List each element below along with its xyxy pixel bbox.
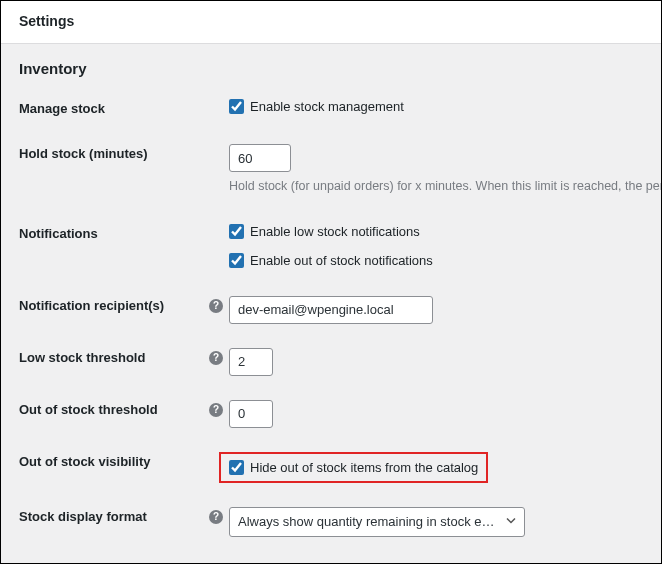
checkbox-visibility[interactable] — [229, 460, 244, 475]
help-icon[interactable]: ? — [209, 299, 223, 313]
label-low-threshold: Low stock threshold — [19, 348, 209, 365]
checkbox-manage-stock[interactable] — [229, 99, 244, 114]
row-recipient: Notification recipient(s) ? — [19, 296, 643, 324]
input-recipient[interactable] — [229, 296, 433, 324]
page-title: Settings — [19, 13, 643, 29]
checkbox-label-low-stock: Enable low stock notifications — [250, 224, 420, 239]
out-stock-notify-option[interactable]: Enable out of stock notifications — [229, 253, 643, 268]
header-bar: Settings — [1, 1, 661, 44]
select-display-format[interactable]: Always show quantity remaining in stock … — [229, 507, 525, 537]
row-hold-stock: Hold stock (minutes) Hold stock (for unp… — [19, 144, 643, 196]
checkbox-out-stock-notify[interactable] — [229, 253, 244, 268]
row-manage-stock: Manage stock Enable stock management — [19, 99, 643, 116]
label-recipient: Notification recipient(s) — [19, 296, 209, 313]
checkbox-label-manage-stock: Enable stock management — [250, 99, 404, 114]
help-icon[interactable]: ? — [209, 403, 223, 417]
low-stock-notify-option[interactable]: Enable low stock notifications — [229, 224, 643, 239]
row-out-threshold: Out of stock threshold ? — [19, 400, 643, 428]
label-manage-stock: Manage stock — [19, 99, 209, 116]
checkbox-label-visibility: Hide out of stock items from the catalog — [250, 460, 478, 475]
highlight-visibility: Hide out of stock items from the catalog — [219, 452, 488, 483]
checkbox-label-out-stock: Enable out of stock notifications — [250, 253, 433, 268]
help-icon[interactable]: ? — [209, 351, 223, 365]
input-hold-stock[interactable] — [229, 144, 291, 172]
settings-content: Inventory Manage stock Enable stock mana… — [1, 44, 661, 564]
row-display-format: Stock display format ? Always show quant… — [19, 507, 643, 537]
label-visibility: Out of stock visibility — [19, 452, 209, 469]
row-notifications: Notifications Enable low stock notificat… — [19, 224, 643, 268]
label-hold-stock: Hold stock (minutes) — [19, 144, 209, 161]
select-wrap-display-format: Always show quantity remaining in stock … — [229, 507, 525, 537]
row-low-threshold: Low stock threshold ? — [19, 348, 643, 376]
label-display-format: Stock display format — [19, 507, 209, 524]
label-notifications: Notifications — [19, 224, 209, 241]
label-out-threshold: Out of stock threshold — [19, 400, 209, 417]
input-out-threshold[interactable] — [229, 400, 273, 428]
helper-hold-stock: Hold stock (for unpaid orders) for x min… — [229, 178, 662, 196]
input-low-threshold[interactable] — [229, 348, 273, 376]
manage-stock-option[interactable]: Enable stock management — [229, 99, 643, 114]
checkbox-low-stock-notify[interactable] — [229, 224, 244, 239]
row-visibility: Out of stock visibility Hide out of stoc… — [19, 452, 643, 483]
section-title: Inventory — [19, 60, 643, 77]
help-icon[interactable]: ? — [209, 510, 223, 524]
